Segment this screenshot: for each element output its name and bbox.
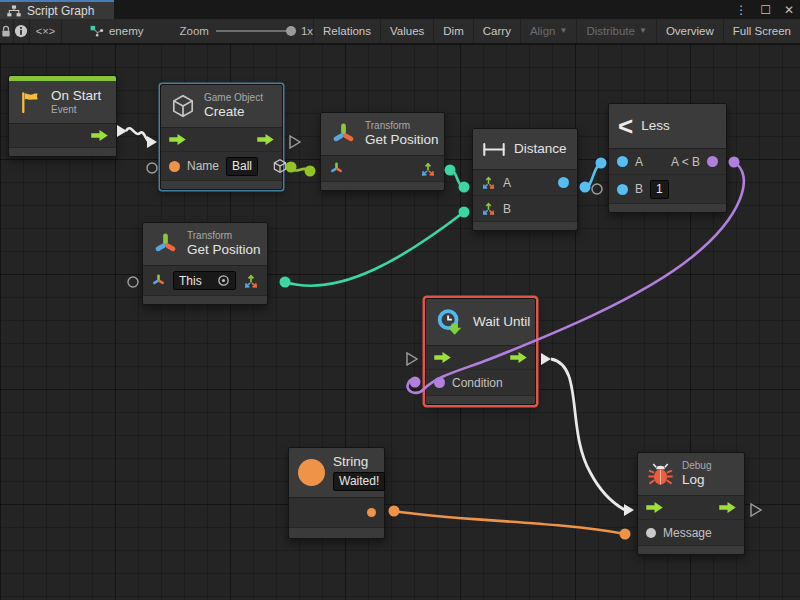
- wire-getposition2-to-distance-b[interactable]: [285, 212, 464, 286]
- wire-endpoint-dot: [389, 506, 400, 517]
- node-subtitle: Debug: [682, 460, 711, 472]
- wire-waituntil-to-debuglog[interactable]: [551, 359, 625, 510]
- condition-input-port[interactable]: [434, 377, 445, 388]
- transform-input-port[interactable]: [151, 273, 166, 288]
- string-value-field[interactable]: Waited!: [333, 472, 385, 491]
- node-on-start-event[interactable]: On Start Event: [8, 75, 117, 157]
- unconnected-port-circle[interactable]: [592, 184, 602, 194]
- node-title: Distance: [514, 141, 567, 157]
- flow-wire-arrowhead: [147, 136, 157, 148]
- node-wait-until[interactable]: Wait Until Condition: [425, 298, 536, 405]
- distance-icon: [482, 142, 506, 157]
- target-value-field[interactable]: This: [173, 271, 236, 290]
- unconnected-flow-triangle[interactable]: [290, 136, 300, 148]
- unconnected-flow-triangle[interactable]: [751, 504, 761, 516]
- node-string[interactable]: String Waited!: [288, 447, 385, 539]
- vector3-output-port[interactable]: [420, 161, 436, 177]
- flow-input-port[interactable]: [434, 352, 451, 363]
- name-value-field[interactable]: Ball: [226, 157, 258, 176]
- close-button[interactable]: ✕: [784, 3, 794, 17]
- node-game-object-create[interactable]: Game Object Create Name Ball: [160, 84, 283, 190]
- lock-button[interactable]: [0, 19, 14, 43]
- flow-output-port[interactable]: [91, 130, 108, 141]
- wire-onstart-to-create[interactable]: [126, 128, 148, 141]
- graph-toolbar: <×> enemy Zoom 1x Relations Values Dim C…: [0, 19, 800, 44]
- carry-button[interactable]: Carry: [473, 19, 520, 43]
- flow-output-port[interactable]: [510, 352, 527, 363]
- node-footer: [609, 204, 726, 212]
- graph-reference[interactable]: enemy: [80, 19, 154, 43]
- align-dropdown[interactable]: Align▼: [520, 19, 577, 43]
- dim-button[interactable]: Dim: [433, 19, 472, 43]
- name-input-port[interactable]: [169, 161, 180, 172]
- target-picker-icon[interactable]: [217, 274, 230, 287]
- lock-icon: [0, 25, 12, 38]
- bool-output-port[interactable]: [707, 156, 718, 167]
- vector3-input-port-a[interactable]: [481, 175, 496, 190]
- gameobject-output-port[interactable]: [272, 158, 288, 174]
- transform-input-port[interactable]: [329, 161, 344, 176]
- message-input-port[interactable]: [646, 528, 656, 538]
- flow-wire-start-cap: [117, 125, 127, 137]
- node-footer: [321, 182, 444, 190]
- zoom-slider[interactable]: [216, 30, 294, 32]
- node-footer: [143, 296, 267, 304]
- string-output-port[interactable]: [367, 508, 376, 517]
- input-a-port[interactable]: [617, 156, 628, 167]
- tab-script-graph[interactable]: Script Graph: [0, 0, 114, 19]
- cube-icon: [170, 93, 196, 119]
- inspect-button[interactable]: [14, 19, 30, 43]
- overview-button[interactable]: Overview: [656, 19, 723, 43]
- node-footer: [473, 222, 577, 230]
- flow-input-port[interactable]: [169, 134, 186, 145]
- node-get-position-1[interactable]: Transform Get Position: [320, 112, 445, 191]
- unconnected-flow-triangle[interactable]: [407, 353, 417, 365]
- toolbar-buttons: Relations Values Dim Carry Align▼ Distri…: [313, 19, 800, 43]
- flow-wire-start-cap: [541, 353, 551, 365]
- node-title: Log: [682, 472, 711, 488]
- node-distance[interactable]: Distance A B: [472, 128, 578, 231]
- code-preview-button[interactable]: <×>: [30, 19, 62, 43]
- hierarchy-icon: [7, 5, 21, 17]
- node-title: On Start: [51, 88, 101, 104]
- string-icon: [298, 459, 325, 486]
- result-label: A < B: [671, 155, 700, 169]
- zoom-slider-handle[interactable]: [286, 26, 296, 36]
- vector3-output-port[interactable]: [243, 273, 259, 289]
- float-output-port[interactable]: [558, 177, 569, 188]
- wire-distance-to-less-a[interactable]: [585, 163, 601, 187]
- node-less[interactable]: < Less A A < B B 1: [608, 103, 727, 213]
- flow-input-port[interactable]: [646, 502, 663, 513]
- condition-label: Condition: [452, 376, 503, 390]
- relations-button[interactable]: Relations: [313, 19, 380, 43]
- window-menu-button[interactable]: ⋮: [735, 3, 747, 17]
- graph-canvas[interactable]: On Start Event Game Object Create: [0, 44, 800, 600]
- zoom-level: 1x: [301, 25, 313, 37]
- wire-endpoint-dot: [580, 182, 591, 193]
- node-footer: [161, 181, 282, 189]
- wire-getposition1-to-distance-a[interactable]: [450, 170, 464, 187]
- flow-output-port[interactable]: [257, 134, 274, 145]
- wire-endpoint-dot: [459, 207, 470, 218]
- unconnected-port-circle[interactable]: [128, 277, 138, 287]
- distribute-dropdown[interactable]: Distribute▼: [576, 19, 656, 43]
- node-footer: [426, 396, 535, 404]
- vector3-input-port-b[interactable]: [481, 201, 496, 216]
- node-footer: [289, 528, 384, 538]
- node-get-position-2[interactable]: Transform Get Position This: [142, 222, 268, 305]
- caret-down-icon: ▼: [559, 27, 567, 35]
- b-value-field[interactable]: 1: [650, 180, 669, 199]
- node-title: Get Position: [187, 242, 261, 258]
- fullscreen-button[interactable]: Full Screen: [723, 19, 800, 43]
- input-a-label: A: [635, 155, 643, 169]
- input-b-port[interactable]: [617, 184, 628, 195]
- node-debug-log[interactable]: Debug Log Message: [637, 452, 745, 555]
- maximize-button[interactable]: ☐: [760, 3, 771, 17]
- node-footer: [638, 546, 744, 554]
- flow-output-port[interactable]: [719, 502, 736, 513]
- wire-endpoint-dot: [305, 166, 316, 177]
- wire-string-to-debuglog-message[interactable]: [394, 511, 625, 534]
- unconnected-port-circle[interactable]: [147, 163, 157, 173]
- wire-create-to-getposition1[interactable]: [291, 167, 310, 171]
- values-button[interactable]: Values: [380, 19, 433, 43]
